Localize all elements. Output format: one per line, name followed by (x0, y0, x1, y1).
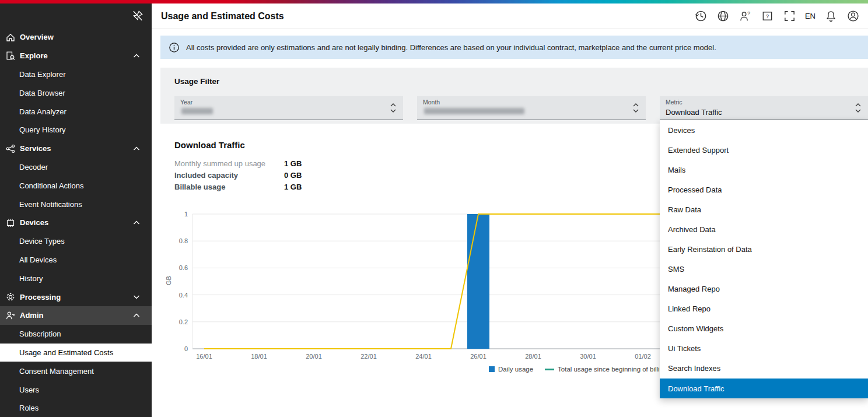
cost-disclaimer-banner: All costs provided are only estimations … (160, 36, 868, 59)
unpin-sidebar-icon[interactable] (131, 9, 144, 22)
sidebar-item-label: Consent Management (19, 367, 94, 376)
chevron-up-icon (132, 218, 141, 227)
sidebar-nav: OverviewExploreData ExplorerData Browser… (0, 28, 152, 417)
sidebar-item-services[interactable]: Services (0, 139, 152, 158)
chevron-up-icon (132, 311, 141, 320)
stat-value: 1 GB (284, 183, 302, 191)
metric-option-managed-repo[interactable]: Managed Repo (660, 279, 868, 299)
stat-value: 1 GB (284, 159, 302, 168)
stat-label: Billable usage (174, 183, 284, 191)
sidebar-item-label: Decoder (19, 163, 48, 171)
sidebar-item-subscription[interactable]: Subscription (0, 325, 152, 344)
stat-value: 0 GB (284, 171, 302, 180)
sidebar-item-history[interactable]: History (0, 269, 152, 288)
usage-summary: Download Traffic Monthly summed up usage… (174, 140, 302, 192)
sidebar-item-label: Explore (20, 51, 48, 60)
page-title: Usage and Estimated Costs (161, 11, 284, 22)
sidebar-item-label: Users (19, 386, 39, 394)
sidebar-item-admin[interactable]: Admin (0, 306, 152, 325)
svg-text:0.2: 0.2 (179, 318, 188, 325)
sidebar-item-processing[interactable]: Processing (0, 288, 152, 306)
sidebar-item-users[interactable]: Users (0, 380, 152, 399)
services-icon (5, 143, 16, 154)
svg-text:0.4: 0.4 (179, 292, 188, 299)
fullscreen-icon[interactable] (783, 9, 796, 23)
sidebar-item-data-browser[interactable]: Data Browser (0, 83, 152, 102)
account-icon[interactable] (846, 9, 860, 23)
sidebar-item-label: Data Browser (19, 89, 65, 97)
metric-option-processed-data[interactable]: Processed Data (660, 180, 868, 199)
sidebar-item-label: Query History (19, 125, 65, 134)
metric-option-custom-widgets[interactable]: Custom Widgets (660, 319, 868, 339)
month-select-label: Month (423, 99, 440, 106)
svg-text:?: ? (747, 10, 750, 16)
sidebar-item-roles[interactable]: Roles (0, 399, 152, 417)
banner-text: All costs provided are only estimations … (186, 43, 716, 52)
sidebar-item-device-types[interactable]: Device Types (0, 232, 152, 251)
sidebar-item-data-explorer[interactable]: Data Explorer (0, 65, 152, 84)
globe-icon[interactable] (716, 9, 730, 23)
legend-label: Daily usage (498, 366, 533, 373)
svg-text:0: 0 (184, 345, 188, 352)
metric-option-devices[interactable]: Devices (660, 120, 868, 140)
metric-option-early-reinstation-of-data[interactable]: Early Reinstation of Data (660, 239, 868, 259)
legend-swatch (545, 369, 554, 370)
usage-filter-title: Usage Filter (174, 77, 219, 86)
sidebar-item-decoder[interactable]: Decoder (0, 158, 152, 177)
sidebar-item-consent-management[interactable]: Consent Management (0, 362, 152, 380)
sidebar-item-data-analyzer[interactable]: Data Analyzer (0, 102, 152, 121)
metric-option-mails[interactable]: Mails (660, 160, 868, 180)
metric-option-download-traffic[interactable]: Download Traffic (660, 379, 868, 398)
metric-option-extended-support[interactable]: Extended Support (660, 140, 868, 160)
svg-text:1: 1 (184, 211, 188, 218)
month-value-redacted (424, 108, 524, 114)
sidebar-item-overview[interactable]: Overview (0, 28, 152, 47)
metric-option-ui-tickets[interactable]: Ui Tickets (660, 339, 868, 359)
metric-option-archived-data[interactable]: Archived Data (660, 219, 868, 239)
usage-title: Download Traffic (174, 140, 302, 150)
sidebar-item-query-history[interactable]: Query History (0, 121, 152, 139)
metric-option-linked-repo[interactable]: Linked Repo (660, 299, 868, 319)
legend-item-daily-usage: Daily usage (489, 366, 533, 373)
svg-text:24/01: 24/01 (415, 353, 432, 360)
sidebar-item-label: Overview (20, 33, 54, 41)
sidebar-item-label: Admin (20, 311, 43, 320)
language-toggle[interactable]: EN (805, 12, 816, 20)
header-icons: ? ? EN (694, 9, 868, 23)
sidebar-item-label: Devices (20, 218, 48, 227)
sidebar-item-event-notifications[interactable]: Event Notifications (0, 195, 152, 213)
svg-text:18/01: 18/01 (251, 353, 267, 360)
svg-text:30/01: 30/01 (580, 353, 596, 360)
sidebar-item-usage-and-estimated-costs[interactable]: Usage and Estimated Costs (0, 344, 152, 362)
stat-label: Included capacity (174, 171, 284, 180)
sidebar-item-conditional-actions[interactable]: Conditional Actions (0, 176, 152, 195)
chevron-up-icon (132, 144, 141, 153)
notifications-icon[interactable] (824, 9, 838, 23)
stat-included-capacity: Included capacity 0 GB (174, 169, 302, 181)
metric-select-value: Download Traffic (666, 108, 722, 117)
year-select[interactable]: Year (174, 96, 403, 120)
month-select[interactable]: Month (417, 96, 646, 120)
devices-icon (5, 218, 16, 228)
year-value-redacted (181, 108, 213, 114)
sidebar-item-label: All Devices (19, 255, 57, 264)
metric-option-sms[interactable]: SMS (660, 260, 868, 279)
history-icon[interactable] (694, 9, 708, 23)
sidebar-item-label: Device Types (19, 237, 65, 246)
chart-legend: Daily usageTotal usage since beginning o… (489, 366, 667, 373)
sidebar-item-devices[interactable]: Devices (0, 213, 152, 232)
user-help-icon[interactable]: ? (738, 9, 752, 23)
stat-billable-usage: Billable usage 1 GB (174, 181, 302, 192)
metric-option-search-indexes[interactable]: Search Indexes (660, 359, 868, 379)
sidebar-item-explore[interactable]: Explore (0, 47, 152, 65)
page-header: Usage and Estimated Costs ? ? EN (152, 3, 868, 29)
legend-item-total-usage-since-beginning-of-billing: Total usage since beginning of billing (545, 366, 667, 373)
metric-option-raw-data[interactable]: Raw Data (660, 199, 868, 219)
metric-select[interactable]: Metric Download Traffic (660, 96, 868, 120)
sidebar-item-all-devices[interactable]: All Devices (0, 251, 152, 269)
help-doc-icon[interactable]: ? (761, 9, 774, 23)
sidebar: OverviewExploreData ExplorerData Browser… (0, 3, 152, 417)
processing-icon (5, 292, 16, 302)
stat-label: Monthly summed up usage (174, 159, 284, 168)
svg-text:16/01: 16/01 (196, 353, 212, 360)
